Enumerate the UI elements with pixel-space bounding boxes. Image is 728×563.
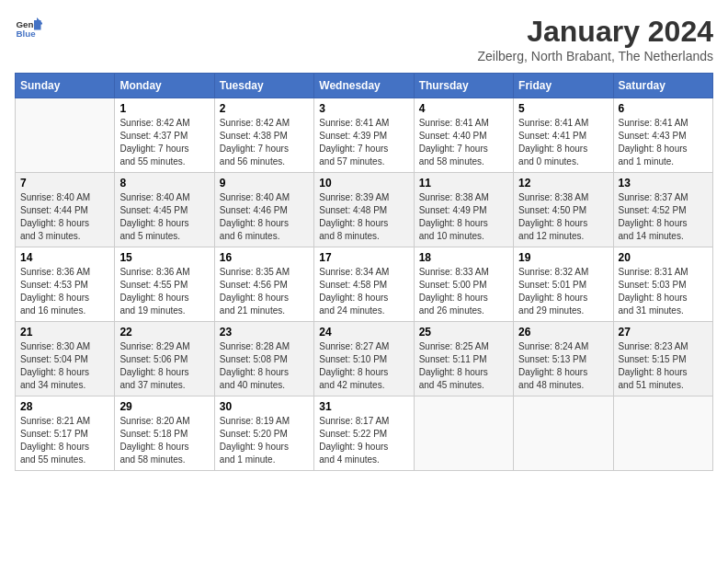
day-number: 9 xyxy=(220,177,309,190)
weekday-header-cell: Wednesday xyxy=(314,74,414,98)
logo: General Blue xyxy=(15,15,42,42)
weekday-header-cell: Tuesday xyxy=(214,74,313,98)
day-number: 8 xyxy=(119,177,209,190)
page-header: General Blue January 2024 Zeilberg, Nort… xyxy=(15,15,713,63)
calendar-table: SundayMondayTuesdayWednesdayThursdayFrid… xyxy=(15,73,713,471)
calendar-cell xyxy=(414,396,513,471)
calendar-body: 1Sunrise: 8:42 AM Sunset: 4:37 PM Daylig… xyxy=(16,98,713,471)
calendar-cell: 9Sunrise: 8:40 AM Sunset: 4:46 PM Daylig… xyxy=(214,173,313,247)
calendar-cell: 24Sunrise: 8:27 AM Sunset: 5:10 PM Dayli… xyxy=(314,322,414,396)
weekday-header-cell: Saturday xyxy=(613,74,712,98)
day-info: Sunrise: 8:37 AM Sunset: 4:52 PM Dayligh… xyxy=(619,191,708,243)
day-info: Sunrise: 8:41 AM Sunset: 4:40 PM Dayligh… xyxy=(419,117,508,168)
day-number: 29 xyxy=(119,400,209,413)
day-number: 22 xyxy=(119,326,209,339)
day-number: 6 xyxy=(619,102,708,115)
day-info: Sunrise: 8:42 AM Sunset: 4:38 PM Dayligh… xyxy=(220,117,309,168)
calendar-cell: 18Sunrise: 8:33 AM Sunset: 5:00 PM Dayli… xyxy=(414,247,513,322)
day-info: Sunrise: 8:29 AM Sunset: 5:06 PM Dayligh… xyxy=(119,340,209,392)
day-number: 26 xyxy=(518,326,608,339)
calendar-cell: 1Sunrise: 8:42 AM Sunset: 4:37 PM Daylig… xyxy=(115,98,214,173)
day-info: Sunrise: 8:25 AM Sunset: 5:11 PM Dayligh… xyxy=(419,340,508,392)
calendar-cell: 15Sunrise: 8:36 AM Sunset: 4:55 PM Dayli… xyxy=(115,247,214,322)
calendar-cell: 13Sunrise: 8:37 AM Sunset: 4:52 PM Dayli… xyxy=(613,173,712,247)
calendar-cell: 20Sunrise: 8:31 AM Sunset: 5:03 PM Dayli… xyxy=(613,247,712,322)
day-number: 11 xyxy=(419,177,508,190)
calendar-cell: 8Sunrise: 8:40 AM Sunset: 4:45 PM Daylig… xyxy=(115,173,214,247)
calendar-cell: 10Sunrise: 8:39 AM Sunset: 4:48 PM Dayli… xyxy=(314,173,414,247)
calendar-cell xyxy=(16,98,115,173)
day-info: Sunrise: 8:35 AM Sunset: 4:56 PM Dayligh… xyxy=(220,266,309,317)
day-info: Sunrise: 8:36 AM Sunset: 4:55 PM Dayligh… xyxy=(119,266,209,317)
weekday-header-cell: Friday xyxy=(514,74,613,98)
calendar-cell: 19Sunrise: 8:32 AM Sunset: 5:01 PM Dayli… xyxy=(514,247,613,322)
day-info: Sunrise: 8:17 AM Sunset: 5:22 PM Dayligh… xyxy=(319,415,408,466)
calendar-cell xyxy=(514,396,613,471)
day-number: 27 xyxy=(619,326,708,339)
calendar-subtitle: Zeilberg, North Brabant, The Netherlands xyxy=(477,49,713,63)
day-info: Sunrise: 8:23 AM Sunset: 5:15 PM Dayligh… xyxy=(619,340,708,392)
day-info: Sunrise: 8:38 AM Sunset: 4:49 PM Dayligh… xyxy=(419,191,508,243)
calendar-week-row: 21Sunrise: 8:30 AM Sunset: 5:04 PM Dayli… xyxy=(16,322,713,396)
day-number: 17 xyxy=(319,251,408,264)
weekday-header-cell: Monday xyxy=(115,74,214,98)
day-info: Sunrise: 8:38 AM Sunset: 4:50 PM Dayligh… xyxy=(518,191,608,243)
day-number: 28 xyxy=(20,400,109,413)
calendar-cell: 23Sunrise: 8:28 AM Sunset: 5:08 PM Dayli… xyxy=(214,322,313,396)
calendar-cell: 11Sunrise: 8:38 AM Sunset: 4:49 PM Dayli… xyxy=(414,173,513,247)
calendar-week-row: 28Sunrise: 8:21 AM Sunset: 5:17 PM Dayli… xyxy=(16,396,713,471)
day-number: 24 xyxy=(319,326,408,339)
day-number: 1 xyxy=(119,102,209,115)
calendar-cell: 12Sunrise: 8:38 AM Sunset: 4:50 PM Dayli… xyxy=(514,173,613,247)
day-number: 16 xyxy=(220,251,309,264)
calendar-week-row: 14Sunrise: 8:36 AM Sunset: 4:53 PM Dayli… xyxy=(16,247,713,322)
day-number: 4 xyxy=(419,102,508,115)
day-info: Sunrise: 8:39 AM Sunset: 4:48 PM Dayligh… xyxy=(319,191,408,243)
calendar-title: January 2024 xyxy=(477,15,713,49)
calendar-cell: 27Sunrise: 8:23 AM Sunset: 5:15 PM Dayli… xyxy=(613,322,712,396)
day-info: Sunrise: 8:31 AM Sunset: 5:03 PM Dayligh… xyxy=(619,266,708,317)
day-number: 30 xyxy=(220,400,309,413)
day-info: Sunrise: 8:32 AM Sunset: 5:01 PM Dayligh… xyxy=(518,266,608,317)
day-number: 31 xyxy=(319,400,408,413)
day-number: 7 xyxy=(20,177,109,190)
day-number: 2 xyxy=(220,102,309,115)
svg-text:Blue: Blue xyxy=(17,29,37,39)
calendar-cell xyxy=(613,396,712,471)
day-info: Sunrise: 8:42 AM Sunset: 4:37 PM Dayligh… xyxy=(119,117,209,168)
day-info: Sunrise: 8:40 AM Sunset: 4:44 PM Dayligh… xyxy=(20,191,109,243)
day-number: 5 xyxy=(518,102,608,115)
day-info: Sunrise: 8:28 AM Sunset: 5:08 PM Dayligh… xyxy=(220,340,309,392)
calendar-cell: 16Sunrise: 8:35 AM Sunset: 4:56 PM Dayli… xyxy=(214,247,313,322)
calendar-cell: 4Sunrise: 8:41 AM Sunset: 4:40 PM Daylig… xyxy=(414,98,513,173)
day-info: Sunrise: 8:40 AM Sunset: 4:45 PM Dayligh… xyxy=(119,191,209,243)
calendar-cell: 31Sunrise: 8:17 AM Sunset: 5:22 PM Dayli… xyxy=(314,396,414,471)
day-info: Sunrise: 8:24 AM Sunset: 5:13 PM Dayligh… xyxy=(518,340,608,392)
day-info: Sunrise: 8:27 AM Sunset: 5:10 PM Dayligh… xyxy=(319,340,408,392)
weekday-header-cell: Sunday xyxy=(16,74,115,98)
day-number: 20 xyxy=(619,251,708,264)
day-info: Sunrise: 8:41 AM Sunset: 4:41 PM Dayligh… xyxy=(518,117,608,168)
weekday-header-cell: Thursday xyxy=(414,74,513,98)
day-info: Sunrise: 8:40 AM Sunset: 4:46 PM Dayligh… xyxy=(220,191,309,243)
title-area: January 2024 Zeilberg, North Brabant, Th… xyxy=(477,15,713,63)
calendar-cell: 17Sunrise: 8:34 AM Sunset: 4:58 PM Dayli… xyxy=(314,247,414,322)
day-info: Sunrise: 8:33 AM Sunset: 5:00 PM Dayligh… xyxy=(419,266,508,317)
calendar-cell: 30Sunrise: 8:19 AM Sunset: 5:20 PM Dayli… xyxy=(214,396,313,471)
day-number: 15 xyxy=(119,251,209,264)
day-number: 18 xyxy=(419,251,508,264)
calendar-cell: 14Sunrise: 8:36 AM Sunset: 4:53 PM Dayli… xyxy=(16,247,115,322)
calendar-cell: 2Sunrise: 8:42 AM Sunset: 4:38 PM Daylig… xyxy=(214,98,313,173)
calendar-cell: 7Sunrise: 8:40 AM Sunset: 4:44 PM Daylig… xyxy=(16,173,115,247)
calendar-cell: 22Sunrise: 8:29 AM Sunset: 5:06 PM Dayli… xyxy=(115,322,214,396)
day-number: 10 xyxy=(319,177,408,190)
day-number: 14 xyxy=(20,251,109,264)
day-info: Sunrise: 8:34 AM Sunset: 4:58 PM Dayligh… xyxy=(319,266,408,317)
day-number: 25 xyxy=(419,326,508,339)
day-info: Sunrise: 8:19 AM Sunset: 5:20 PM Dayligh… xyxy=(220,415,309,466)
day-number: 3 xyxy=(319,102,408,115)
calendar-week-row: 1Sunrise: 8:42 AM Sunset: 4:37 PM Daylig… xyxy=(16,98,713,173)
day-info: Sunrise: 8:36 AM Sunset: 4:53 PM Dayligh… xyxy=(20,266,109,317)
day-info: Sunrise: 8:30 AM Sunset: 5:04 PM Dayligh… xyxy=(20,340,109,392)
logo-icon: General Blue xyxy=(15,15,42,42)
